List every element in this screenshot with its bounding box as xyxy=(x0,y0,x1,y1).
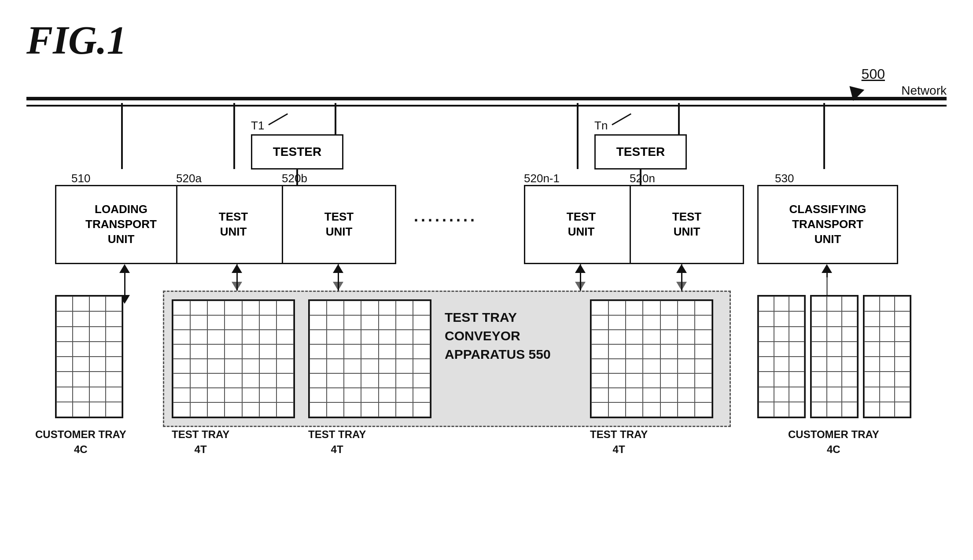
tray-cell xyxy=(242,330,259,344)
tray-cell xyxy=(608,330,626,344)
tray-cell xyxy=(864,327,880,342)
tray-cell xyxy=(864,387,880,402)
tray-cell xyxy=(242,315,259,330)
tray-cell xyxy=(811,311,827,326)
tray-cell xyxy=(774,311,789,326)
tray-cell xyxy=(759,357,774,372)
tray-cell xyxy=(259,330,276,344)
t1-label: T1 xyxy=(251,119,264,133)
tray-cell xyxy=(774,342,789,357)
tray-cell xyxy=(827,387,842,402)
tray-cell xyxy=(842,327,857,342)
test-tray-mid: document.currentScript.insertAdjacentHTM… xyxy=(308,299,431,418)
tray-cell xyxy=(864,311,880,326)
ref-520n: 520n xyxy=(630,172,655,185)
tray-cell xyxy=(591,373,608,388)
tray-cell xyxy=(225,402,242,417)
tray-cell xyxy=(327,330,344,344)
tray-cell xyxy=(678,359,695,373)
tray-cell xyxy=(864,372,880,387)
tray-cell xyxy=(190,330,207,344)
tray-cell xyxy=(225,301,242,315)
ref-520b: 520b xyxy=(282,172,307,185)
tray-cell xyxy=(242,359,259,373)
tray-cell xyxy=(207,344,225,359)
tray-cell xyxy=(789,372,804,387)
tray-cell xyxy=(242,402,259,417)
customer-tray-right-3: document.currentScript.insertAdjacentHTM… xyxy=(863,295,911,418)
tray-cell xyxy=(56,311,73,326)
tray-cell xyxy=(827,372,842,387)
tray-cell xyxy=(880,327,895,342)
loading-transport-unit: LOADING TRANSPORT UNIT xyxy=(55,185,187,264)
tray-cell xyxy=(643,344,660,359)
tray-cell xyxy=(379,344,396,359)
tray-cell xyxy=(643,388,660,402)
tray-cell xyxy=(344,330,361,344)
tray-cell xyxy=(591,330,608,344)
tray-cell xyxy=(643,315,660,330)
tray-cell xyxy=(678,330,695,344)
tray-cell xyxy=(608,315,626,330)
tray-cell xyxy=(89,372,106,387)
tray-cell xyxy=(759,311,774,326)
tray-cell xyxy=(895,357,910,372)
tray-cell xyxy=(626,344,643,359)
tray-cell xyxy=(774,387,789,402)
tray-cell xyxy=(379,359,396,373)
tray-cell xyxy=(842,342,857,357)
customer-tray-left: document.currentScript.insertAdjacentHTM… xyxy=(55,295,123,418)
tray-cell xyxy=(827,342,842,357)
tray-cell xyxy=(396,330,413,344)
tray-cell xyxy=(608,373,626,388)
tray-cell xyxy=(327,344,344,359)
tray-cell xyxy=(242,388,259,402)
tray-cell xyxy=(811,387,827,402)
test-unit-520a: TEST UNIT xyxy=(176,185,291,264)
tray-cell xyxy=(89,387,106,402)
tray-cell xyxy=(89,327,106,342)
tray-cell xyxy=(660,373,678,388)
tray-cell xyxy=(173,373,190,388)
tray-cell xyxy=(842,387,857,402)
tray-cell xyxy=(73,342,89,357)
tray-cell xyxy=(106,311,122,326)
tray-cell xyxy=(695,344,712,359)
tray-cell xyxy=(361,359,378,373)
customer-tray-right-2: document.currentScript.insertAdjacentHTM… xyxy=(810,295,859,418)
tray-cell xyxy=(207,388,225,402)
network-area: Network xyxy=(26,97,947,107)
tray-cell xyxy=(895,342,910,357)
tray-cell xyxy=(842,296,857,311)
label-test-tray-left: TEST TRAY 4T xyxy=(172,427,229,457)
tray-cell xyxy=(880,296,895,311)
tray-cell xyxy=(379,330,396,344)
tray-cell xyxy=(643,359,660,373)
tray-cell xyxy=(56,296,73,311)
tray-cell xyxy=(310,388,327,402)
tray-cell xyxy=(774,372,789,387)
tray-cell xyxy=(106,372,122,387)
tn-arrow-line xyxy=(612,113,631,125)
test-unit-520n1: TEST UNIT xyxy=(524,185,638,264)
tray-cell xyxy=(842,311,857,326)
tray-cell xyxy=(190,388,207,402)
tray-cell xyxy=(660,344,678,359)
arrow-520b-up xyxy=(333,264,343,291)
tray-cell xyxy=(643,301,660,315)
tray-cell xyxy=(310,330,327,344)
tray-cell xyxy=(190,402,207,417)
tray-cell xyxy=(361,344,378,359)
tray-cell xyxy=(895,327,910,342)
ref-530: 530 xyxy=(775,172,794,185)
tray-cell xyxy=(56,402,73,417)
tray-cell xyxy=(89,311,106,326)
tray-cell xyxy=(56,327,73,342)
tray-cell xyxy=(608,388,626,402)
tray-cell xyxy=(591,402,608,417)
tray-cell xyxy=(225,388,242,402)
tray-cell xyxy=(827,311,842,326)
tray-cell xyxy=(396,373,413,388)
tray-cell xyxy=(73,372,89,387)
tray-cell xyxy=(173,402,190,417)
